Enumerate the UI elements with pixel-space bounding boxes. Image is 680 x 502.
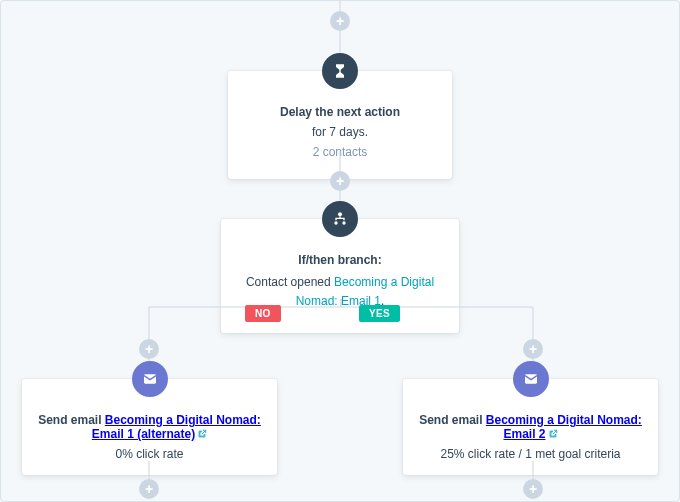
delay-title: Delay the next action [242,105,438,119]
send-email-step-card[interactable]: Send email Becoming a Digital Nomad: Ema… [403,379,658,475]
external-link-icon [548,429,558,439]
add-step-button[interactable]: + [330,171,350,191]
svg-point-2 [342,221,345,224]
email-title: Send email Becoming a Digital Nomad: Ema… [36,413,263,441]
svg-point-0 [338,212,342,216]
external-link-icon [197,429,207,439]
send-email-step-card[interactable]: Send email Becoming a Digital Nomad: Ema… [22,379,277,475]
add-step-button[interactable]: + [139,339,159,359]
workflow-canvas: + Delay the next action for 7 days. 2 co… [1,1,679,501]
email-icon [132,361,168,397]
add-step-button[interactable]: + [523,479,543,499]
email-link[interactable]: Becoming a Digital Nomad: Email 1 (alter… [92,413,261,441]
svg-point-1 [334,221,337,224]
email-link[interactable]: Becoming a Digital Nomad: Email 2 [486,413,642,441]
add-step-button[interactable]: + [139,479,159,499]
email-icon [513,361,549,397]
delay-duration: for 7 days. [242,125,438,139]
add-step-button[interactable]: + [330,11,350,31]
hourglass-icon [322,53,358,89]
email-title: Send email Becoming a Digital Nomad: Ema… [417,413,644,441]
branch-icon [322,201,358,237]
branch-no-tag: NO [245,305,281,322]
add-step-button[interactable]: + [523,339,543,359]
email-stats: 0% click rate [36,447,263,461]
email-stats: 25% click rate / 1 met goal criteria [417,447,644,461]
branch-title: If/then branch: [235,253,445,267]
branch-yes-tag: YES [359,305,400,322]
